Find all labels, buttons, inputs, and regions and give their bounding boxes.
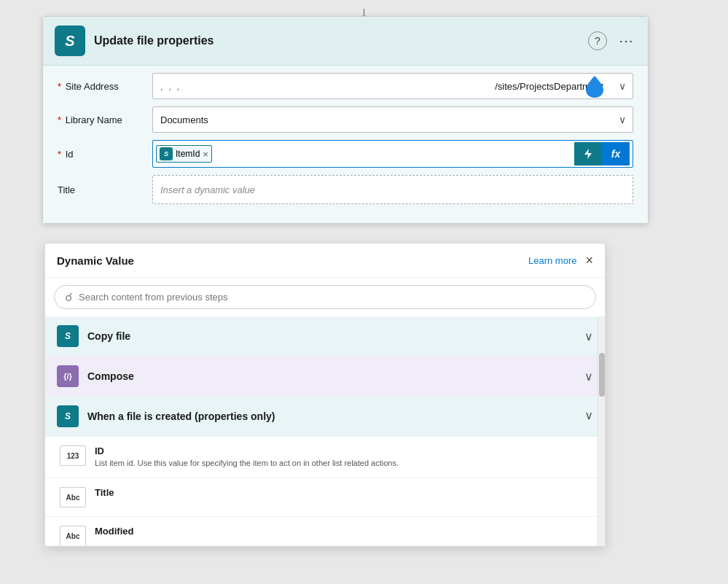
- library-name-row: * Library Name Documents ∨: [58, 106, 633, 133]
- id-sub-title: ID: [95, 445, 593, 456]
- fx-button[interactable]: fx: [602, 142, 630, 166]
- sub-item-id[interactable]: 123 ID List item id. Use this value for …: [45, 437, 605, 478]
- scroll-thumb: [599, 353, 605, 397]
- id-field-actions: fx: [574, 142, 630, 166]
- site-address-field[interactable]: , , , /sites/ProjectsDepartment: [152, 73, 633, 99]
- card-header: S Update file properties ? ⋯: [43, 17, 648, 66]
- when-file-icon: S: [57, 405, 79, 427]
- id-type-badge: 123: [60, 445, 86, 466]
- form-area: * Site Address , , , /sites/ProjectsDepa…: [43, 66, 648, 223]
- site-address-value: /sites/ProjectsDepartment: [184, 81, 609, 92]
- help-button[interactable]: ?: [588, 31, 607, 50]
- sub-item-modified-header: Abc Modified: [60, 526, 593, 546]
- title-sub-content: Title: [95, 487, 593, 498]
- site-address-dots: , , ,: [160, 81, 181, 92]
- water-drop-badge: [582, 73, 608, 99]
- site-address-row: * Site Address , , , /sites/ProjectsDepa…: [58, 73, 633, 99]
- site-address-wrapper: , , , /sites/ProjectsDepartment ∨: [152, 73, 633, 99]
- id-field[interactable]: S ItemId × fx: [152, 140, 633, 168]
- compose-chevron: ∨: [584, 370, 593, 384]
- library-name-wrapper: Documents ∨: [152, 106, 633, 133]
- list-item-when-file[interactable]: S When a file is created (properties onl…: [45, 397, 605, 437]
- sub-item-modified[interactable]: Abc Modified: [45, 517, 605, 546]
- itemid-token: S ItemId ×: [156, 145, 212, 163]
- sub-item-title[interactable]: Abc Title: [45, 478, 605, 517]
- id-sub-desc: List item id. Use this value for specify…: [95, 458, 593, 469]
- search-box: ☌: [54, 285, 596, 309]
- modified-type-badge: Abc: [60, 526, 86, 546]
- compose-icon: {/}: [57, 365, 79, 387]
- sub-item-title-header: Abc Title: [60, 487, 593, 507]
- dynamic-panel-close-button[interactable]: ×: [585, 254, 593, 267]
- card-header-actions: ? ⋯: [588, 31, 636, 51]
- title-type-badge: Abc: [60, 487, 86, 507]
- when-file-chevron: ∧: [584, 410, 593, 424]
- list-item-copy-file[interactable]: S Copy file ∨: [45, 316, 605, 357]
- when-file-label: When a file is created (properties only): [87, 410, 584, 422]
- modified-sub-content: Modified: [95, 526, 593, 537]
- dynamic-panel-header: Dynamic Value Learn more ×: [45, 244, 605, 278]
- title-wrapper: Insert a dynamic value: [152, 175, 633, 204]
- copy-file-chevron: ∨: [584, 330, 593, 343]
- title-sub-title: Title: [95, 487, 593, 498]
- id-field-wrapper: S ItemId × fx: [152, 140, 633, 168]
- title-field[interactable]: Insert a dynamic value: [152, 175, 633, 204]
- copy-file-icon: S: [57, 325, 79, 347]
- library-name-label: * Library Name: [58, 114, 152, 125]
- token-label: ItemId: [176, 149, 200, 159]
- lightning-button[interactable]: [574, 142, 602, 166]
- learn-more-link[interactable]: Learn more: [528, 255, 576, 266]
- id-label: * Id: [58, 149, 152, 160]
- page-wrapper: ↓ S Update file properties ? ⋯ *: [0, 0, 728, 584]
- token-icon: S: [160, 147, 173, 160]
- dynamic-panel-title: Dynamic Value: [57, 254, 528, 267]
- card-header-icon: S: [55, 26, 85, 56]
- scroll-track[interactable]: [598, 316, 605, 546]
- library-name-select[interactable]: Documents: [152, 106, 633, 133]
- site-address-label: * Site Address: [58, 81, 152, 92]
- header-icon-letter: S: [65, 33, 74, 50]
- list-item-compose[interactable]: {/} Compose ∨: [45, 357, 605, 397]
- copy-file-label: Copy file: [87, 330, 584, 342]
- card-title: Update file properties: [94, 34, 588, 47]
- search-icon: ☌: [65, 290, 73, 304]
- dynamic-value-panel: Dynamic Value Learn more × ☌ S Copy file…: [44, 243, 606, 547]
- sub-item-id-header: 123 ID List item id. Use this value for …: [60, 445, 593, 469]
- id-row: * Id S ItemId ×: [58, 140, 633, 168]
- more-options-button[interactable]: ⋯: [616, 31, 636, 51]
- id-sub-content: ID List item id. Use this value for spec…: [95, 445, 593, 469]
- title-placeholder: Insert a dynamic value: [160, 184, 255, 195]
- title-label: Title: [58, 184, 152, 195]
- token-close-button[interactable]: ×: [203, 149, 208, 159]
- modified-sub-title: Modified: [95, 526, 593, 537]
- items-list: S Copy file ∨ {/} Compose ∨ S When a fil…: [45, 316, 605, 546]
- title-row: Title Insert a dynamic value: [58, 175, 633, 204]
- compose-label: Compose: [87, 370, 584, 382]
- main-card: S Update file properties ? ⋯ * Site Addr…: [42, 16, 649, 224]
- search-input[interactable]: [79, 292, 585, 303]
